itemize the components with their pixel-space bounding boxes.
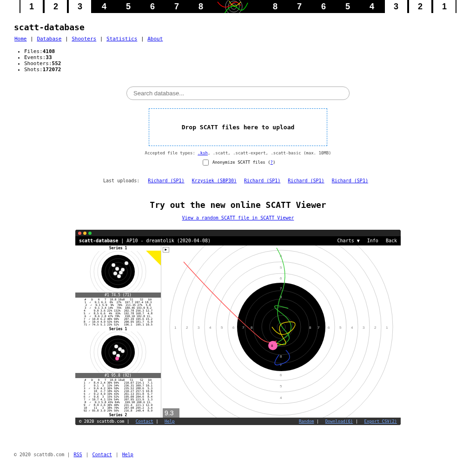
main-nav: Home | Database | Shooters | Statistics … — [14, 36, 462, 42]
series-sidebar: Series 1 — [75, 246, 161, 418]
ruler-cell: 8 — [189, 2, 213, 12]
svg-text:6: 6 — [328, 326, 330, 330]
nav-about[interactable]: About — [147, 36, 163, 42]
preview-export-link[interactable]: Export CSV(2) — [364, 419, 397, 424]
series-score-2: #1 95.8 (92) — [75, 373, 161, 378]
svg-text:3: 3 — [198, 326, 200, 330]
svg-point-28 — [112, 351, 116, 355]
svg-point-6 — [101, 255, 135, 288]
anonymize-checkbox[interactable] — [203, 160, 209, 166]
preview-download-link[interactable]: Download(6) — [325, 419, 353, 424]
ruler-cell: 7 — [287, 2, 311, 12]
ruler-cell: 2 — [44, 0, 68, 13]
upload-link[interactable]: Richard (SP1) — [288, 178, 324, 183]
footer-help-link[interactable]: Help — [122, 452, 133, 457]
big-score-label: 9.3 — [165, 409, 174, 417]
mini-target-1[interactable] — [75, 251, 161, 293]
svg-point-14 — [113, 272, 117, 275]
stat-shots: Shots:172072 — [24, 67, 462, 73]
svg-text:4: 4 — [351, 326, 353, 330]
ksh-link[interactable]: .ksh — [198, 151, 208, 155]
svg-text:7: 7 — [242, 326, 245, 330]
ruler-cell: 8 — [263, 2, 287, 12]
ruler-cell: 3 — [68, 0, 92, 13]
preview-footer: © 2020 scattdb.com | Contact | Help Rand… — [75, 418, 401, 425]
viewer-link[interactable]: View a random SCATT file in SCATT Viewer — [182, 215, 294, 220]
main-target-view[interactable]: ▶ — [161, 246, 401, 418]
svg-text:6: 6 — [280, 373, 282, 377]
svg-text:4: 4 — [280, 396, 282, 400]
upload-link[interactable]: Richard (SP1) — [244, 178, 280, 183]
svg-text:6: 6 — [232, 326, 235, 330]
zoom-window-icon — [88, 232, 92, 235]
play-button[interactable]: ▶ — [163, 247, 169, 253]
footer-rss-link[interactable]: RSS — [73, 452, 82, 457]
ruler-cell: 4 — [360, 2, 384, 12]
upload-link[interactable]: Richard (SP1) — [148, 178, 184, 183]
ruler-cell: 5 — [116, 2, 140, 12]
window-controls — [75, 230, 401, 236]
stat-shooters: Shooters:552 — [24, 60, 462, 67]
flag-icon — [146, 251, 161, 266]
ruler-cell: 6 — [311, 2, 336, 12]
series-table-1: # D R T 10.0 10a0 S1 S2 DA 1 ✓ 9.1 6.3 0… — [75, 298, 161, 326]
page-title: scatt-database — [14, 22, 462, 32]
ruler-cell: 5 — [336, 2, 360, 12]
ruler-cell: 1 — [20, 0, 44, 13]
viewer-heading: Try out the new online SCATT Viewer — [14, 200, 462, 210]
preview-help-link[interactable]: Help — [165, 419, 175, 424]
svg-point-15 — [121, 268, 125, 272]
menu-info[interactable]: Info — [367, 238, 378, 243]
svg-text:4: 4 — [209, 326, 212, 330]
search-input[interactable] — [126, 86, 350, 100]
svg-text:5: 5 — [280, 266, 282, 270]
svg-point-12 — [115, 267, 119, 271]
svg-point-26 — [114, 345, 118, 348]
stats-list: Files:4108 Events:33 Shooters:552 Shots:… — [24, 48, 462, 73]
upload-link[interactable]: Krzysiek (SBP30) — [192, 178, 237, 183]
stat-files: Files:4108 — [24, 48, 462, 54]
svg-text:3: 3 — [363, 326, 365, 330]
svg-text:7: 7 — [317, 326, 320, 330]
svg-text:7: 7 — [280, 363, 282, 367]
svg-text:2: 2 — [374, 326, 377, 330]
viewer-preview: scatt-database | AP10 - dreamtolik (2020… — [75, 230, 401, 425]
minimize-window-icon — [83, 232, 86, 235]
svg-text:8: 8 — [251, 326, 253, 330]
preview-contact-link[interactable]: Contact — [136, 419, 153, 424]
ruler-cell: 7 — [165, 2, 189, 12]
upload-dropzone[interactable]: Drop SCATT files here to upload — [149, 108, 327, 146]
svg-point-17 — [125, 261, 128, 265]
svg-point-11 — [112, 263, 115, 267]
series-label: Series 1 — [75, 246, 161, 251]
series-label: Series 2 — [75, 412, 161, 418]
svg-point-31 — [115, 357, 119, 360]
nav-home[interactable]: Home — [14, 36, 27, 42]
svg-text:8: 8 — [309, 326, 311, 330]
footer-contact-link[interactable]: Contact — [93, 452, 112, 457]
menu-back[interactable]: Back — [386, 238, 397, 243]
page-footer: © 2020 scattdb.com | RSS | Contact | Hel… — [0, 448, 476, 459]
series-label: Series 1 — [75, 326, 161, 332]
svg-text:8: 8 — [280, 354, 282, 359]
svg-text:1: 1 — [386, 326, 388, 330]
ruler-cell: 6 — [140, 2, 165, 12]
ruler-cell: 1 — [432, 0, 456, 13]
preview-title: AP10 - dreamtolik (2020-04-08) — [126, 238, 211, 243]
upload-link[interactable]: Richard (SP1) — [332, 178, 368, 183]
close-window-icon — [78, 232, 81, 235]
nav-database[interactable]: Database — [37, 36, 61, 42]
ruler-cell: 4 — [92, 2, 116, 12]
svg-text:1: 1 — [174, 326, 177, 330]
menu-charts[interactable]: Charts ▼ — [337, 238, 360, 243]
mini-target-2[interactable] — [75, 332, 161, 373]
nav-statistics[interactable]: Statistics — [106, 36, 137, 42]
preview-random-link[interactable]: Random — [299, 419, 314, 424]
ruler-right: 8 7 6 5 4 3 2 1 — [263, 0, 456, 13]
svg-text:5: 5 — [221, 326, 223, 330]
preview-brand: scatt-database — [79, 238, 118, 243]
ruler-left: 1 2 3 4 5 6 7 8 — [20, 0, 213, 13]
uploads-label: Last uploads: — [103, 178, 139, 183]
preview-topbar: scatt-database | AP10 - dreamtolik (2020… — [75, 236, 401, 246]
nav-shooters[interactable]: Shooters — [72, 36, 96, 42]
